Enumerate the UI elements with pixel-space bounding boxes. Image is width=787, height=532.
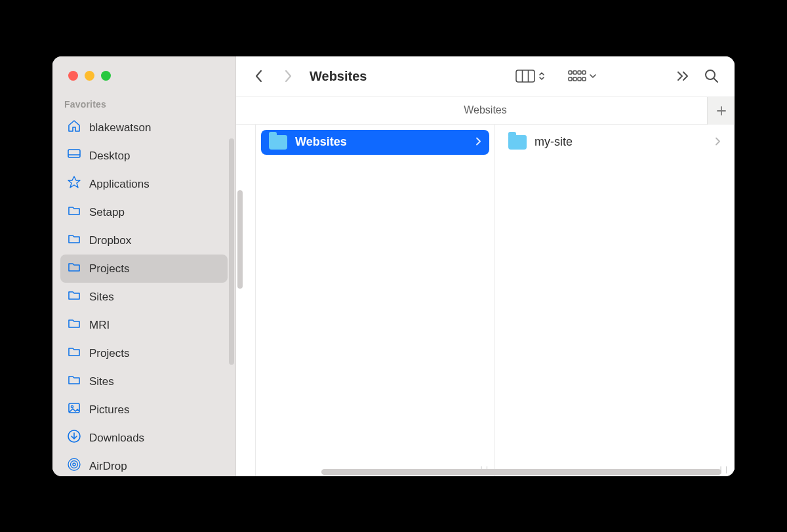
desktop-icon — [67, 147, 81, 165]
svg-rect-15 — [569, 77, 572, 81]
up-down-chevron-icon — [538, 71, 546, 81]
chevron-down-icon — [589, 72, 597, 80]
sidebar-item-dropbox[interactable]: Dropbox — [60, 226, 228, 255]
minimize-window-button[interactable] — [85, 71, 94, 81]
column-item-label: Websites — [295, 135, 347, 149]
tab-title[interactable]: Websites — [464, 104, 507, 116]
view-columns-button[interactable] — [512, 65, 550, 87]
svg-rect-13 — [578, 71, 581, 74]
column-previous-edge[interactable] — [236, 125, 256, 476]
chevron-right-icon — [714, 135, 721, 149]
folder-icon — [67, 260, 81, 277]
folder-icon — [67, 232, 81, 249]
sidebar-item-blakewatson[interactable]: blakewatson — [60, 113, 228, 142]
column-1: my-site|| — [495, 125, 735, 476]
chevron-left-icon — [254, 70, 264, 83]
sidebar-item-pictures[interactable]: Pictures — [60, 396, 228, 424]
svg-rect-12 — [573, 71, 576, 74]
svg-rect-17 — [578, 77, 581, 81]
sidebar-item-label: blakewatson — [89, 121, 151, 134]
nav-forward-button[interactable] — [277, 65, 299, 87]
sidebar-section-favorites: Favorites — [52, 96, 235, 113]
sidebar-favorites-list: blakewatsonDesktopApplicationsSetappDrop… — [52, 113, 235, 476]
column-item-websites[interactable]: Websites — [261, 130, 489, 155]
svg-rect-8 — [516, 70, 535, 82]
sidebar-item-label: Projects — [89, 262, 129, 276]
svg-point-6 — [71, 461, 78, 468]
finder-window: Favorites blakewatsonDesktopApplications… — [52, 56, 735, 476]
sidebar-item-label: Downloads — [89, 432, 144, 445]
svg-rect-11 — [569, 71, 572, 74]
sidebar-item-label: Projects — [89, 347, 129, 360]
svg-rect-18 — [582, 77, 586, 81]
airdrop-icon — [67, 457, 81, 475]
home-icon — [67, 119, 81, 136]
toolbar-overflow-button[interactable] — [673, 65, 694, 87]
main-pane: Websites — [236, 56, 735, 476]
sidebar-item-label: Desktop — [89, 150, 130, 163]
folder-icon — [269, 135, 287, 150]
window-controls — [52, 56, 235, 97]
folder-icon — [67, 373, 81, 390]
sidebar-item-airdrop[interactable]: AirDrop — [60, 452, 228, 476]
plus-icon — [716, 106, 727, 116]
search-button[interactable] — [700, 65, 723, 87]
horizontal-scrollbar[interactable] — [321, 469, 721, 475]
sidebar-item-projects[interactable]: Projects — [60, 255, 228, 283]
downloads-icon — [67, 429, 81, 447]
sidebar-item-applications[interactable]: Applications — [60, 170, 228, 198]
folder-icon — [67, 344, 81, 362]
columns-view-icon — [515, 70, 535, 83]
new-tab-button[interactable] — [707, 97, 735, 125]
sidebar-item-label: AirDrop — [89, 460, 127, 473]
svg-point-7 — [68, 459, 80, 470]
folder-icon — [508, 135, 527, 150]
svg-rect-16 — [573, 77, 576, 81]
column-item-my-site[interactable]: my-site — [500, 130, 729, 155]
sidebar-item-label: Sites — [89, 375, 114, 388]
sidebar: Favorites blakewatsonDesktopApplications… — [52, 56, 236, 476]
group-icon — [568, 70, 586, 82]
sidebar-item-downloads[interactable]: Downloads — [60, 424, 228, 452]
fullscreen-window-button[interactable] — [101, 71, 111, 81]
sidebar-item-sites[interactable]: Sites — [60, 367, 228, 396]
chevron-right-icon — [283, 70, 293, 83]
sidebar-item-label: Setapp — [89, 206, 125, 219]
sidebar-item-label: Dropbox — [89, 234, 131, 247]
double-chevron-right-icon — [677, 71, 690, 81]
applications-icon — [67, 175, 81, 193]
svg-rect-0 — [68, 150, 80, 157]
sidebar-scrollbar[interactable] — [229, 138, 234, 365]
folder-icon — [67, 288, 81, 306]
svg-point-3 — [71, 405, 73, 407]
search-icon — [704, 69, 719, 83]
column-0: Websites|| — [256, 125, 495, 476]
sidebar-item-mri[interactable]: MRI — [60, 311, 228, 339]
tab-bar: Websites — [236, 97, 735, 125]
toolbar: Websites — [236, 56, 735, 97]
page-title: Websites — [310, 69, 367, 84]
group-by-button[interactable] — [564, 65, 601, 87]
nav-back-button[interactable] — [248, 65, 270, 87]
pictures-icon — [67, 401, 81, 419]
folder-icon — [67, 316, 81, 334]
column-item-label: my-site — [535, 135, 573, 149]
column-view: Websites|| my-site|| — [236, 125, 735, 476]
close-window-button[interactable] — [68, 71, 78, 81]
sidebar-item-label: MRI — [89, 319, 110, 332]
svg-point-5 — [73, 463, 75, 466]
svg-rect-14 — [582, 71, 586, 74]
chevron-right-icon — [475, 135, 481, 149]
sidebar-item-label: Applications — [89, 178, 150, 191]
sidebar-item-label: Pictures — [89, 403, 129, 417]
folder-icon — [67, 203, 81, 221]
sidebar-item-setapp[interactable]: Setapp — [60, 198, 228, 226]
sidebar-item-sites[interactable]: Sites — [60, 283, 228, 311]
sidebar-item-desktop[interactable]: Desktop — [60, 142, 228, 170]
sidebar-item-projects[interactable]: Projects — [60, 339, 228, 367]
sidebar-item-label: Sites — [89, 291, 114, 304]
svg-line-20 — [714, 78, 717, 82]
